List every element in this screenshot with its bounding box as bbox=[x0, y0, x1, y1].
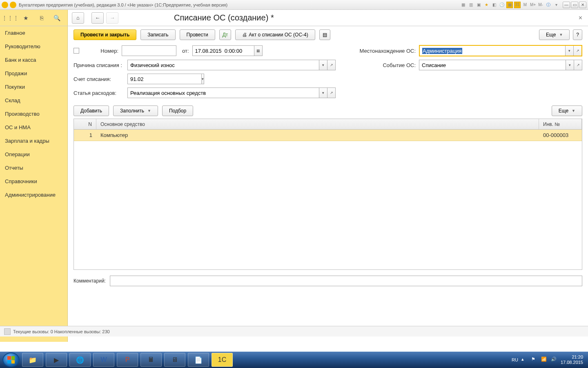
form-button[interactable]: ▤ bbox=[319, 29, 330, 40]
print-act-button[interactable]: 🖨Акт о списании ОС (ОС-4) bbox=[235, 29, 315, 40]
tray-up-icon[interactable]: ▴ bbox=[521, 357, 528, 363]
location-field-wrap: Администрация ▾ ↗ bbox=[419, 45, 582, 56]
button-label: Заполнить bbox=[120, 108, 144, 114]
tool-icon[interactable]: ▣ bbox=[475, 2, 482, 8]
sidebar-item-warehouse[interactable]: Склад bbox=[0, 94, 67, 107]
taskbar-media[interactable]: ▶ bbox=[46, 353, 67, 367]
number-field[interactable] bbox=[122, 45, 176, 56]
dropdown-icon[interactable]: ▾ bbox=[319, 60, 327, 70]
apps-icon[interactable]: ⋮⋮⋮ bbox=[5, 13, 15, 23]
more-button[interactable]: Еще▼ bbox=[539, 29, 570, 40]
taskbar-1c[interactable]: 1C bbox=[212, 353, 233, 367]
sidebar-item-label: Продажи bbox=[5, 70, 27, 76]
movements-button[interactable]: Дт bbox=[219, 29, 232, 40]
sidebar-item-label: Склад bbox=[5, 97, 20, 103]
maximize-button[interactable]: ▭ bbox=[571, 2, 578, 8]
open-icon[interactable]: ↗ bbox=[573, 46, 581, 56]
location-field[interactable]: Администрация bbox=[420, 46, 565, 56]
back-button[interactable]: ← bbox=[91, 12, 104, 24]
chevron-down-icon: ▼ bbox=[572, 109, 575, 113]
close-document-button[interactable]: × bbox=[579, 14, 582, 22]
home-button[interactable]: ⌂ bbox=[72, 12, 84, 24]
help-button[interactable]: ? bbox=[573, 29, 582, 40]
table-more-button[interactable]: Еще▼ bbox=[552, 105, 582, 116]
info-icon[interactable]: ⓘ bbox=[545, 2, 552, 8]
posted-checkbox[interactable] bbox=[74, 48, 79, 54]
expense-field[interactable] bbox=[127, 88, 319, 98]
lang-indicator[interactable]: RU bbox=[512, 357, 518, 362]
add-button[interactable]: Добавить bbox=[74, 105, 109, 116]
forward-button[interactable]: → bbox=[106, 12, 118, 24]
reason-field[interactable] bbox=[127, 60, 319, 70]
tool-icon[interactable]: ▥ bbox=[468, 2, 474, 8]
window-titlebar: Бухгалтерия предприятия (учебная), редак… bbox=[0, 0, 588, 10]
calendar-icon[interactable]: 31 bbox=[514, 2, 521, 8]
sidebar-item-bank[interactable]: Банк и касса bbox=[0, 53, 67, 67]
sidebar-item-salary[interactable]: Зарплата и кадры bbox=[0, 134, 67, 148]
favorite-icon[interactable]: ★ bbox=[483, 2, 490, 8]
search-icon[interactable]: 🔍 bbox=[52, 13, 62, 23]
post-button[interactable]: Провести bbox=[180, 29, 215, 40]
clock[interactable]: 21:20 17.08.2015 bbox=[561, 355, 583, 365]
taskbar-word[interactable]: W bbox=[93, 353, 114, 367]
memory-mminus[interactable]: M- bbox=[537, 2, 544, 8]
clipboard-icon[interactable]: ⎘ bbox=[37, 13, 47, 23]
date-field[interactable] bbox=[192, 45, 254, 56]
open-icon[interactable]: ↗ bbox=[574, 60, 582, 70]
comment-field[interactable] bbox=[110, 276, 582, 286]
sidebar-item-main[interactable]: Главное bbox=[0, 26, 67, 40]
dropdown-icon[interactable]: ▾ bbox=[566, 60, 574, 70]
close-button[interactable]: ✕ bbox=[579, 2, 586, 8]
taskbar-powerpoint[interactable]: P bbox=[117, 353, 138, 367]
tray-network-icon[interactable]: 📶 bbox=[541, 357, 548, 363]
sidebar-item-manager[interactable]: Руководителю bbox=[0, 40, 67, 53]
pick-button[interactable]: Подбор bbox=[162, 105, 193, 116]
table-header: N Основное средство Инв. № bbox=[74, 119, 582, 130]
dropdown-icon[interactable] bbox=[10, 2, 16, 8]
sidebar-item-reports[interactable]: Отчеты bbox=[0, 161, 67, 175]
start-button[interactable] bbox=[2, 352, 20, 367]
sidebar-item-admin[interactable]: Администрирование bbox=[0, 188, 67, 202]
taskbar-calc[interactable]: 🖩 bbox=[140, 353, 162, 367]
table-row[interactable]: 1 Компьютер 00-000003 bbox=[74, 130, 582, 141]
form-row-account: Счет списания: ▾ bbox=[74, 74, 582, 84]
dropdown-icon[interactable]: ▾ bbox=[202, 74, 204, 84]
history-icon[interactable]: 🕓 bbox=[499, 2, 505, 8]
sidebar-item-directories[interactable]: Справочники bbox=[0, 175, 67, 188]
col-header-n[interactable]: N bbox=[74, 119, 96, 129]
memory-mplus[interactable]: M+ bbox=[530, 2, 536, 8]
minimize-button[interactable]: — bbox=[563, 2, 570, 8]
sidebar-item-operations[interactable]: Операции bbox=[0, 148, 67, 161]
taskbar-explorer[interactable]: 📁 bbox=[22, 353, 43, 367]
memory-m[interactable]: M bbox=[522, 2, 528, 8]
sidebar-item-production[interactable]: Производство bbox=[0, 107, 67, 121]
col-header-inv[interactable]: Инв. № bbox=[539, 119, 582, 129]
sidebar-item-purchases[interactable]: Покупки bbox=[0, 80, 67, 94]
post-and-close-button[interactable]: Провести и закрыть bbox=[74, 29, 136, 40]
save-button[interactable]: Записать bbox=[140, 29, 175, 40]
table-body: 1 Компьютер 00-000003 bbox=[74, 130, 582, 141]
account-field[interactable] bbox=[127, 74, 202, 84]
calendar-icon[interactable]: ▦ bbox=[254, 45, 263, 56]
col-header-asset[interactable]: Основное средство bbox=[96, 119, 539, 129]
event-field[interactable] bbox=[419, 60, 566, 70]
sidebar-item-fixed-assets[interactable]: ОС и НМА bbox=[0, 121, 67, 134]
calculator-icon[interactable]: ▦ bbox=[506, 2, 513, 8]
dropdown-icon[interactable]: ▾ bbox=[553, 2, 559, 8]
dropdown-icon[interactable]: ▾ bbox=[319, 88, 327, 98]
taskbar-app1[interactable]: 🖥 bbox=[164, 353, 185, 367]
tray-volume-icon[interactable]: 🔊 bbox=[551, 357, 557, 363]
dropdown-icon[interactable]: ▾ bbox=[565, 46, 573, 56]
open-icon[interactable]: ↗ bbox=[327, 88, 336, 98]
star-icon[interactable]: ★ bbox=[21, 13, 31, 23]
tool-icon[interactable]: ▦ bbox=[460, 2, 466, 8]
form-row-header: Номер: от: ▦ Местонахождение ОС: Админис… bbox=[74, 45, 582, 56]
taskbar-notepad[interactable]: 📄 bbox=[188, 353, 209, 367]
taskbar-chrome[interactable]: 🌐 bbox=[69, 353, 91, 367]
open-icon[interactable]: ↗ bbox=[327, 60, 336, 70]
sidebar-item-sales[interactable]: Продажи bbox=[0, 67, 67, 80]
tray-flag-icon[interactable]: ⚑ bbox=[531, 357, 538, 363]
tool-icon[interactable]: ◧ bbox=[491, 2, 497, 8]
cell-inv: 00-000003 bbox=[539, 132, 582, 138]
fill-button[interactable]: Заполнить▼ bbox=[113, 105, 158, 116]
